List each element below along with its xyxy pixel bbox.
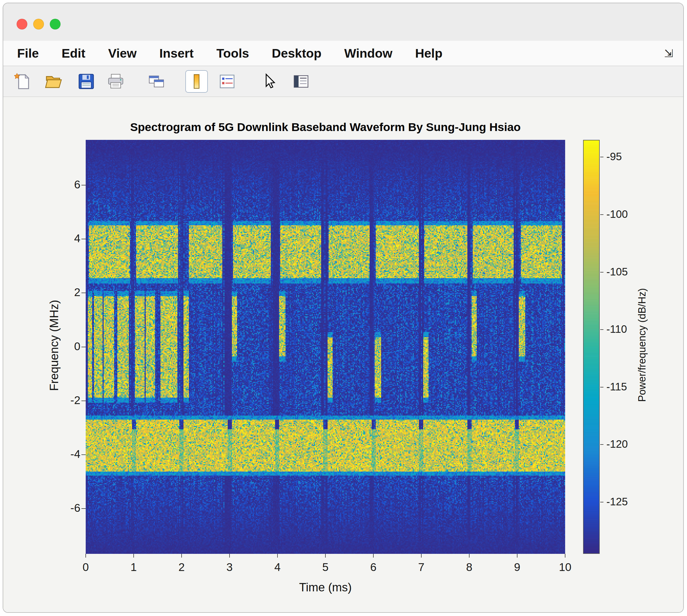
x-tick-label: 7	[405, 561, 437, 574]
y-tick-mark	[82, 347, 86, 347]
x-tick-label: 1	[118, 561, 150, 574]
edit-plot-icon[interactable]	[258, 70, 280, 93]
colorbar-tick-label: -120	[606, 438, 652, 450]
menu-item-file[interactable]: File	[17, 46, 39, 61]
zoom-button[interactable]	[50, 19, 61, 29]
menubar: FileEditViewInsertToolsDesktopWindowHelp…	[3, 41, 683, 66]
y-tick-mark	[82, 185, 86, 185]
colorbar-tick-label: -95	[606, 151, 652, 163]
menu-item-tools[interactable]: Tools	[216, 46, 249, 61]
open-folder-icon[interactable]	[42, 70, 64, 93]
x-tick-mark	[421, 554, 421, 557]
y-tick-label: 0	[43, 340, 81, 353]
colorbar-label: Power/frequency (dB/Hz)	[636, 251, 648, 439]
plot-axes	[86, 140, 565, 554]
colorbar-tick-mark	[600, 502, 603, 502]
x-tick-label: 6	[357, 561, 389, 574]
colorbar-tick-mark	[600, 214, 603, 215]
y-tick-label: -4	[43, 448, 81, 461]
menu-item-insert[interactable]: Insert	[159, 46, 193, 61]
y-tick-mark	[82, 292, 86, 293]
link-plot-icon[interactable]	[145, 70, 168, 93]
y-tick-mark	[82, 401, 86, 401]
x-tick-mark	[86, 554, 86, 557]
minimize-button[interactable]	[33, 19, 44, 29]
menu-item-window[interactable]: Window	[344, 46, 392, 61]
y-tick-mark	[82, 455, 86, 455]
y-tick-mark	[82, 239, 86, 239]
x-tick-label: 0	[70, 561, 102, 574]
colorbar-tick-mark	[600, 387, 603, 388]
x-tick-mark	[325, 554, 326, 557]
y-tick-label: 6	[43, 178, 81, 191]
close-button[interactable]	[17, 19, 27, 29]
x-tick-label: 2	[165, 561, 198, 574]
x-tick-mark	[517, 554, 518, 557]
spectrogram-canvas	[86, 140, 565, 554]
save-icon[interactable]	[75, 70, 97, 93]
y-tick-label: 4	[43, 232, 81, 245]
y-tick-label: -2	[43, 394, 81, 407]
colorbar-tick-label: -100	[606, 208, 652, 220]
x-tick-mark	[133, 554, 134, 557]
titlebar	[3, 3, 683, 41]
x-tick-label: 9	[501, 561, 533, 574]
colorbar-canvas	[583, 140, 599, 553]
menu-item-help[interactable]: Help	[415, 46, 442, 61]
colorbar-tick-label: -110	[606, 323, 652, 335]
colorbar-tick-mark	[600, 329, 603, 330]
plot-browser-icon[interactable]	[290, 70, 312, 93]
colorbar-tick-mark	[600, 157, 603, 157]
x-tick-mark	[277, 554, 278, 557]
insert-legend-icon[interactable]	[216, 70, 238, 93]
x-tick-label: 5	[310, 561, 342, 574]
colorbar	[583, 140, 600, 554]
toolbar	[3, 66, 683, 97]
menu-item-desktop[interactable]: Desktop	[272, 46, 321, 61]
x-tick-label: 4	[261, 561, 294, 574]
y-tick-mark	[82, 508, 86, 509]
y-tick-label: -6	[43, 502, 81, 514]
x-tick-label: 8	[453, 561, 485, 574]
menu-item-view[interactable]: View	[108, 46, 137, 61]
colorbar-tick-label: -115	[606, 381, 652, 393]
colorbar-tick-label: -125	[606, 496, 652, 508]
colorbar-tick-mark	[600, 444, 603, 445]
x-tick-label: 3	[213, 561, 246, 574]
print-icon[interactable]	[105, 70, 127, 93]
x-tick-label: 10	[549, 561, 581, 574]
matlab-figure-window: FileEditViewInsertToolsDesktopWindowHelp…	[3, 3, 684, 613]
menu-item-edit[interactable]: Edit	[62, 46, 86, 61]
y-tick-label: 2	[43, 286, 81, 299]
new-document-icon[interactable]	[11, 70, 34, 93]
plot-title: Spectrogram of 5G Downlink Baseband Wave…	[86, 120, 565, 134]
x-tick-mark	[181, 554, 182, 557]
dock-figure-icon[interactable]: ⇲	[664, 47, 673, 60]
x-axis-label: Time (ms)	[86, 581, 565, 594]
colorbar-tick-mark	[600, 272, 603, 272]
x-tick-mark	[469, 554, 470, 557]
x-tick-mark	[373, 554, 374, 557]
colorbar-tick-label: -105	[606, 266, 652, 278]
insert-colorbar-icon[interactable]	[185, 70, 208, 93]
x-tick-mark	[229, 554, 230, 557]
figure-area: Spectrogram of 5G Downlink Baseband Wave…	[3, 97, 683, 613]
x-tick-mark	[565, 554, 566, 557]
